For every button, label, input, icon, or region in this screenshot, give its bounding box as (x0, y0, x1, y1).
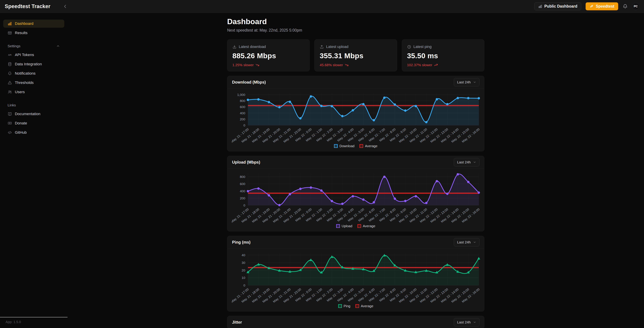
sidebar-item-dashboard[interactable]: Dashboard (3, 20, 64, 28)
download-mbps-plot: 02004006008001,000May. 21 - 17:00May. 21… (232, 90, 480, 143)
svg-text:May. 22 - 14:00: May. 22 - 14:00 (440, 128, 459, 143)
sidebar-section-header-links: Links (3, 103, 64, 107)
ping-ms-plot: 010203040May. 21 - 17:00May. 21 - 18:00M… (232, 250, 480, 303)
svg-text:May. 22 - 16:00: May. 22 - 16:00 (461, 288, 480, 303)
svg-text:May. 21 - 19:00: May. 21 - 19:00 (251, 128, 270, 143)
notifications-bell-icon[interactable] (622, 4, 628, 9)
chart-card-download-mbps: Download (Mbps)Last 24h02004006008001,00… (227, 76, 484, 152)
sidebar-item-users[interactable]: Users (3, 88, 64, 96)
public-dashboard-label: Public Dashboard (544, 4, 578, 8)
sidebar-item-api-tokens[interactable]: APIAPI Tokens (3, 51, 64, 59)
chart-body: 02004006008001,000May. 21 - 17:00May. 21… (227, 88, 484, 151)
chart-title: Jitter (232, 320, 242, 324)
sidebar-item-label: Results (15, 31, 28, 35)
sidebar-footer: App: 1.5.0 (0, 317, 68, 328)
rocket-icon (590, 4, 594, 8)
next-speedtest-text: Next speedtest at: May. 22nd, 2025 5:00p… (227, 28, 484, 32)
svg-text:May. 22 - 10:00: May. 22 - 10:00 (398, 128, 417, 143)
legend-item-upload[interactable]: Upload (336, 224, 352, 228)
chevron-up-icon[interactable] (56, 44, 60, 48)
svg-text:API: API (8, 54, 12, 56)
svg-text:May. 22 - 15:00: May. 22 - 15:00 (450, 208, 470, 223)
trend-down-icon (344, 63, 349, 67)
upload-icon (320, 45, 324, 49)
sidebar-nav: DashboardResultsSettingsAPIAPI TokensDat… (3, 20, 64, 136)
sidebar-item-label: Notifications (15, 71, 36, 76)
chevron-down-icon (473, 160, 476, 164)
svg-text:200: 200 (240, 118, 245, 121)
stat-label: Latest ping (414, 44, 432, 49)
svg-text:May. 22 - 13:00: May. 22 - 13:00 (430, 128, 449, 143)
svg-text:400: 400 (240, 190, 245, 193)
svg-text:May. 22 - 10:00: May. 22 - 10:00 (398, 208, 417, 223)
chevron-down-icon (473, 240, 476, 244)
sidebar-item-data-integration[interactable]: Data Integration (3, 60, 64, 68)
chart-title: Download (Mbps) (232, 80, 266, 84)
sidebar-item-thresholds[interactable]: Thresholds (3, 79, 64, 87)
main-area: Dashboard Next speedtest at: May. 22nd, … (68, 13, 644, 328)
svg-text:May. 22 - 11:00: May. 22 - 11:00 (409, 208, 428, 223)
svg-text:May. 22 - 12:00: May. 22 - 12:00 (419, 288, 438, 303)
chart-legend: PingAverage (232, 303, 480, 309)
svg-text:0: 0 (243, 204, 245, 207)
sidebar-item-label: Users (15, 90, 25, 94)
sidebar-item-documentation[interactable]: Documentation (3, 110, 64, 118)
legend-item-average[interactable]: Average (358, 224, 375, 228)
sidebar-item-notifications[interactable]: Notifications (3, 70, 64, 78)
legend-item-average[interactable]: Average (360, 144, 377, 148)
stats-grid: Latest download885.26 Mbps1.25% slowerLa… (227, 39, 484, 72)
app-version: App: 1.5.0 (6, 320, 21, 324)
app-title: Speedtest Tracker (5, 4, 50, 10)
stat-delta: 45.68% slower (320, 63, 392, 67)
stat-value: 885.26 Mbps (232, 52, 304, 60)
svg-text:May. 22 - 13:00: May. 22 - 13:00 (430, 208, 449, 223)
section-label: Settings (8, 44, 20, 48)
svg-text:May. 22 - 16:00: May. 22 - 16:00 (461, 128, 480, 143)
svg-text:May. 21 - 18:00: May. 21 - 18:00 (241, 208, 260, 223)
user-avatar[interactable]: PC (632, 3, 639, 10)
range-dropdown-upload-mbps[interactable]: Last 24h (454, 158, 480, 166)
stat-label: Latest download (239, 44, 266, 49)
svg-text:600: 600 (240, 182, 245, 186)
speedtest-label: Speedtest (596, 4, 614, 8)
svg-text:0: 0 (243, 124, 245, 127)
sidebar-item-donate[interactable]: Donate (3, 119, 64, 127)
legend-item-download[interactable]: Download (334, 144, 354, 148)
sidebar-item-label: GitHub (15, 130, 27, 135)
users-icon (8, 90, 12, 94)
legend-item-ping[interactable]: Ping (338, 304, 350, 308)
sidebar-item-github[interactable]: GitHub (3, 128, 64, 136)
svg-text:May. 21 - 23:00: May. 21 - 23:00 (283, 208, 302, 223)
legend-swatch (338, 304, 342, 308)
sidebar-section-header-settings: Settings (3, 44, 64, 48)
chart-card-ping-ms: Ping (ms)Last 24h010203040May. 21 - 17:0… (227, 236, 484, 312)
svg-text:May. 21 - 21:00: May. 21 - 21:00 (272, 288, 291, 303)
chevron-down-icon (473, 80, 476, 84)
sidebar-item-label: Thresholds (15, 80, 34, 85)
svg-text:May. 22 - 10:00: May. 22 - 10:00 (398, 288, 417, 303)
speedtest-button[interactable]: Speedtest (586, 2, 618, 10)
database-icon (8, 62, 12, 66)
trend-down-icon (255, 63, 260, 67)
legend-label: Average (363, 224, 375, 228)
range-dropdown-download-mbps[interactable]: Last 24h (454, 78, 480, 86)
range-dropdown-jitter[interactable]: Last 24h (454, 318, 480, 326)
legend-label: Download (340, 144, 354, 148)
range-dropdown-ping-ms[interactable]: Last 24h (454, 238, 480, 246)
topbar: Speedtest Tracker Public Dashboard Speed… (0, 0, 644, 13)
range-dropdown-label: Last 24h (457, 240, 471, 244)
legend-item-average[interactable]: Average (356, 304, 373, 308)
public-dashboard-button[interactable]: Public Dashboard (534, 2, 582, 10)
bar-chart-icon (538, 4, 542, 8)
svg-text:May. 22 - 16:00: May. 22 - 16:00 (461, 208, 480, 223)
sidebar-item-results[interactable]: Results (3, 29, 64, 37)
banknote-icon (8, 121, 12, 126)
svg-text:May. 22 - 15:00: May. 22 - 15:00 (450, 128, 470, 143)
svg-text:May. 21 - 17:00: May. 21 - 17:00 (232, 288, 249, 303)
section-label: Links (8, 103, 16, 107)
sidebar-collapse-chevron-left-icon[interactable] (63, 4, 68, 9)
stat-value: 35.50 ms (407, 52, 479, 60)
stat-card-latest-download: Latest download885.26 Mbps1.25% slower (227, 39, 310, 72)
svg-text:30: 30 (242, 261, 245, 264)
sidebar-item-label: API Tokens (15, 53, 34, 57)
